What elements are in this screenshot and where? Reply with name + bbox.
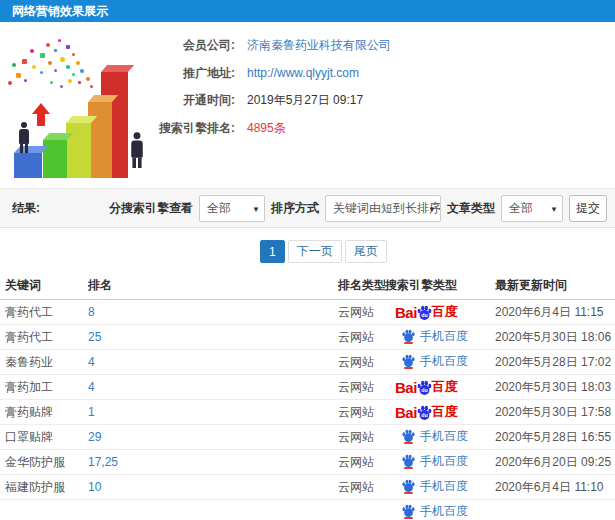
last-page-button[interactable]: 尾页	[345, 240, 387, 263]
rank-link[interactable]: 4	[88, 380, 338, 394]
baidu-mobile-paw-icon	[401, 503, 416, 519]
svg-text:du: du	[421, 412, 427, 418]
engine-cell: Baidu百度 手机百度	[385, 378, 495, 396]
baidu-mobile-paw-icon	[401, 478, 416, 494]
submit-button[interactable]: 提交	[569, 195, 607, 222]
updated-time-text: 2020年5月28日 16:55	[495, 429, 615, 446]
businessman-figure-left	[19, 122, 29, 153]
baidu-mobile-badge: 手机百度	[385, 453, 468, 470]
filter-bar: 结果: 分搜索引擎查看 全部 ▼ 排序方式 关键词由短到长排序 ▼ 文章类型 全…	[0, 188, 615, 228]
baidu-paw-icon: du	[416, 379, 433, 396]
keyword-text: 金华防护服	[5, 454, 88, 471]
header-updated: 最新更新时间	[495, 277, 615, 294]
table-row: 福建防护服 10 云网站 Baidu百度 手机百度 2020年6月4日 11:1…	[0, 475, 615, 500]
baidu-mobile-badge: 手机百度	[385, 478, 468, 495]
table-row: 膏药贴牌 1 云网站 Baidu百度 手机百度 2020年5月30日 17:58	[0, 400, 615, 425]
svg-text:du: du	[421, 387, 427, 393]
table-row: 膏药代工 8 云网站 Baidu百度 手机百度 2020年6月4日 11:15	[0, 300, 615, 325]
result-label: 结果:	[12, 200, 40, 217]
engine-cell: Baidu百度 手机百度	[385, 403, 495, 421]
engine-cell: Baidu百度 手机百度	[385, 353, 495, 372]
baidu-mobile-badge: 手机百度	[385, 428, 468, 445]
rank-type-text: 云网站	[338, 479, 385, 496]
table-row: 口罩贴牌 29 云网站 Baidu百度 手机百度 2020年5月28日 16:5…	[0, 425, 615, 450]
rank-link[interactable]: 29	[88, 430, 338, 444]
info-row-url: 推广地址: http://www.qlyyjt.com	[0, 60, 607, 88]
table-row: 膏药加工 4 云网站 Baidu百度 手机百度 2020年5月30日 18:03	[0, 375, 615, 400]
svg-text:du: du	[421, 312, 427, 318]
rank-link[interactable]: 4	[88, 355, 338, 369]
open-time-value: 2019年5月27日 09:17	[247, 92, 363, 109]
baidu-pc-logo: Baidu百度	[385, 378, 458, 396]
keyword-text: 福建防护服	[5, 479, 88, 496]
baidu-mobile-paw-icon	[401, 353, 416, 369]
baidu-mobile-paw-icon	[401, 328, 416, 344]
title-bar: 网络营销效果展示	[0, 0, 615, 22]
updated-time-text: 2020年5月30日 18:06	[495, 329, 615, 346]
baidu-pc-logo: Baidu百度	[385, 403, 458, 421]
engine-filter-label: 分搜索引擎查看	[109, 200, 193, 217]
table-header-row: 关键词 排名 排名类型 搜索引擎类型 最新更新时间	[0, 272, 615, 300]
rank-link[interactable]: 8	[88, 305, 338, 319]
keyword-text: 秦鲁药业	[5, 354, 88, 371]
baidu-paw-icon: du	[416, 404, 433, 421]
company-label: 会员公司:	[0, 37, 235, 54]
caret-down-icon: ▼	[550, 205, 558, 214]
engine-cell: Baidu百度 手机百度	[385, 303, 495, 321]
sort-label: 排序方式	[271, 200, 319, 217]
updated-time-text: 2020年5月30日 18:03	[495, 379, 615, 396]
promo-url-link[interactable]: http://www.qlyyjt.com	[247, 66, 359, 80]
company-info-section: 会员公司: 济南秦鲁药业科技有限公司 推广地址: http://www.qlyy…	[0, 22, 615, 188]
keyword-text: 膏药贴牌	[5, 404, 88, 421]
rank-type-text: 云网站	[338, 329, 385, 346]
keyword-text: 膏药代工	[5, 304, 88, 321]
updated-time-text: 2020年6月4日 11:10	[495, 479, 615, 496]
chart-bar-blue	[14, 153, 42, 178]
engine-cell: Baidu百度 手机百度	[385, 478, 495, 497]
table-row: 膏药代工 25 云网站 Baidu百度 手机百度 2020年5月30日 18:0…	[0, 325, 615, 350]
sort-select[interactable]: 关键词由短到长排序 ▼	[325, 195, 441, 222]
baidu-pc-logo: Baidu百度	[385, 303, 458, 321]
baidu-mobile-paw-icon	[401, 453, 416, 469]
engine-filter-select[interactable]: 全部 ▼	[199, 195, 265, 222]
businessman-figure-right	[131, 132, 143, 168]
page-1-button[interactable]: 1	[260, 240, 285, 263]
rank-type-text: 云网站	[338, 454, 385, 471]
table-row: 秦鲁药业 4 云网站 Baidu百度 手机百度 2020年5月28日 17:02	[0, 350, 615, 375]
table-row: Baidu百度 手机百度	[0, 500, 615, 520]
rank-type-text: 云网站	[338, 304, 385, 321]
next-page-button[interactable]: 下一页	[288, 240, 342, 263]
engine-filter-value: 全部	[207, 200, 231, 217]
chart-bar-orange	[88, 102, 112, 178]
rank-link[interactable]: 10	[88, 480, 338, 494]
filter-controls: 分搜索引擎查看 全部 ▼ 排序方式 关键词由短到长排序 ▼ 文章类型 全部 ▼ …	[109, 195, 607, 222]
rank-type-text: 云网站	[338, 404, 385, 421]
info-row-company: 会员公司: 济南秦鲁药业科技有限公司	[0, 32, 607, 60]
chart-bar-yellow	[66, 123, 91, 178]
table-body: 膏药代工 8 云网站 Baidu百度 手机百度 2020年6月4日 11:15 …	[0, 300, 615, 520]
baidu-mobile-badge: 手机百度	[385, 353, 468, 370]
rank-link[interactable]: 17,25	[88, 455, 338, 469]
marketing-report-page: 网络营销效果展示 会员公司: 济南秦鲁药业科技有限公司 推广地址: http:/…	[0, 0, 615, 520]
rank-link[interactable]: 25	[88, 330, 338, 344]
header-keyword: 关键词	[5, 277, 88, 294]
caret-down-icon: ▼	[428, 205, 436, 214]
header-rank-type: 排名类型	[338, 277, 385, 294]
header-rank: 排名	[88, 277, 338, 294]
rank-count-value: 4895条	[247, 120, 286, 137]
results-table: 关键词 排名 排名类型 搜索引擎类型 最新更新时间 膏药代工 8 云网站 Bai…	[0, 272, 615, 520]
engine-cell: Baidu百度 手机百度	[385, 428, 495, 447]
engine-cell: Baidu百度 手机百度	[385, 328, 495, 347]
rank-type-text: 云网站	[338, 429, 385, 446]
keyword-text: 膏药代工	[5, 329, 88, 346]
header-engine-type: 搜索引擎类型	[385, 277, 495, 294]
article-type-select[interactable]: 全部 ▼	[501, 195, 563, 222]
updated-time-text: 2020年6月4日 11:15	[495, 304, 615, 321]
company-name-link[interactable]: 济南秦鲁药业科技有限公司	[247, 37, 391, 54]
baidu-paw-icon: du	[416, 304, 433, 321]
keyword-text: 口罩贴牌	[5, 429, 88, 446]
rank-link[interactable]: 1	[88, 405, 338, 419]
sort-value: 关键词由短到长排序	[333, 200, 441, 217]
article-type-label: 文章类型	[447, 200, 495, 217]
rank-type-text: 云网站	[338, 379, 385, 396]
